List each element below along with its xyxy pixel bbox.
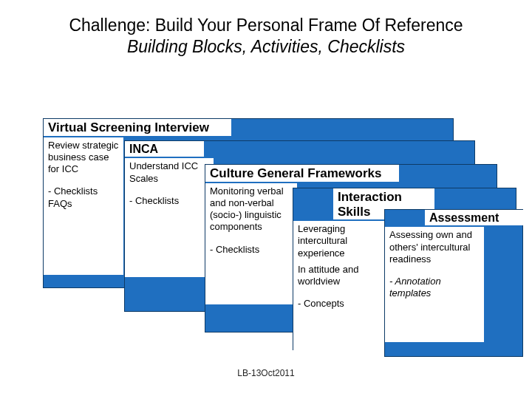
text: - Annotation templates	[389, 276, 480, 300]
slide-title-block: Challenge: Build Your Personal Frame Of …	[0, 15, 532, 58]
band-body-assessment: Assessing own and others' intercultural …	[385, 227, 484, 342]
text: Review strategic business case for ICC	[48, 140, 119, 176]
band-body-interaction-skills: Leveraging intercultural experience In a…	[293, 221, 386, 355]
page-subtitle: Building Blocks, Activities, Checklists	[0, 36, 532, 58]
band-assessment: Assessment Assessing own and others' int…	[384, 209, 523, 357]
text: - Concepts	[298, 298, 382, 310]
text: - Checklists	[129, 195, 209, 207]
text: In attitude and worldview	[298, 264, 382, 288]
text: Monitoring verbal and non-verbal (socio-…	[210, 185, 293, 233]
band-body-virtual-screening: Review strategic business case for ICC -…	[44, 137, 123, 275]
band-body-culture-frameworks: Monitoring verbal and non-verbal (socio-…	[205, 183, 297, 304]
text: Understand ICC Scales	[129, 160, 209, 185]
text: Leveraging intercultural experience	[298, 223, 382, 259]
band-head-assessment: Assessment	[425, 210, 528, 225]
band-body-inca: Understand ICC Scales - Checklists	[125, 158, 214, 277]
slide-footer: LB-13Oct2011	[0, 368, 532, 378]
band-head-virtual-screening: Virtual Screening Interview	[44, 119, 231, 136]
text: - Checklists	[210, 244, 293, 256]
text: Assessing own and others' intercultural …	[389, 229, 480, 265]
band-head-culture-frameworks: Culture General Frameworks	[205, 165, 399, 182]
band-head-inca: INCA	[125, 141, 204, 157]
text: - Checklists FAQs	[48, 185, 119, 210]
page-title: Challenge: Build Your Personal Frame Of …	[0, 15, 532, 36]
